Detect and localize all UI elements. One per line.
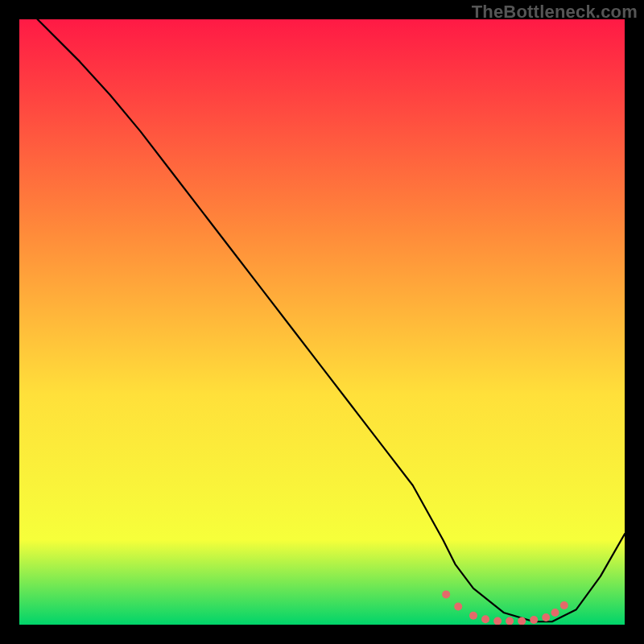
- sweet-spot-dot: [530, 616, 538, 624]
- plot-area: [19, 19, 625, 625]
- sweet-spot-dot: [542, 613, 550, 621]
- sweet-spot-dot: [481, 615, 489, 623]
- sweet-spot-dot: [454, 602, 462, 610]
- chart-svg: [19, 19, 625, 625]
- sweet-spot-dot: [551, 609, 559, 617]
- sweet-spot-dot: [442, 590, 450, 598]
- gradient-background: [19, 19, 625, 625]
- sweet-spot-dot: [469, 612, 477, 620]
- sweet-spot-dot: [560, 601, 568, 609]
- chart-frame: TheBottleneck.com: [0, 0, 644, 644]
